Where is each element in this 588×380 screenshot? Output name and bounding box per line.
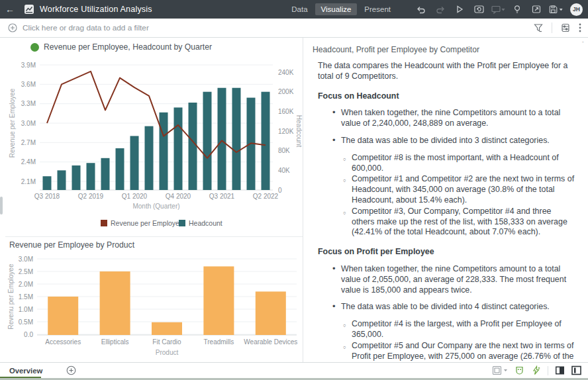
y-axis-tick: 3.0M [19,256,33,263]
auto-insights-text-panel: Headcount, Profit per Employee by Compet… [303,38,581,362]
x-axis-tick: Q2 2022 [253,193,279,200]
canvas-layout-icon[interactable] [492,365,508,375]
canvas-tab-overview[interactable]: Overview [0,363,54,379]
bar-wearable-devices[interactable] [256,291,286,335]
right-axis-tick: 80K [278,147,290,154]
undo-icon[interactable] [414,3,428,15]
x-axis-tick: Wearable Devices [244,338,297,346]
legend-label-bars: Headcount [189,219,222,227]
bar-Q3 2019[interactable] [101,158,110,190]
workbook-title: Workforce Utilization Analysis [40,5,152,14]
filter-controls-icon[interactable] [560,23,571,33]
bar-treadmills[interactable] [203,266,234,335]
back-button[interactable]: ← [0,4,20,15]
bar-fit-cardio[interactable] [152,322,182,335]
x-axis-tick: Q4 2020 [166,193,191,200]
bar-Q4 2020[interactable] [174,107,183,190]
notes-icon[interactable] [491,3,505,15]
analysis-section-heading: Focus on Headcount [318,91,576,102]
y-axis-tick: 2.0M [19,281,33,288]
header-actions: JH [414,3,583,16]
right-axis-title: Headcount [295,115,303,148]
collapse-panel-chevron-icon[interactable]: ˆ [582,40,584,46]
filter-bar: Click here or drag data to add a filter [0,19,588,38]
bar-Q3 2018[interactable] [43,176,52,190]
bar-Q3 2021[interactable] [218,88,226,190]
right-axis-tick: 120K [278,128,294,135]
export-icon[interactable] [529,3,544,15]
redo-icon[interactable] [433,3,448,15]
add-filter-icon [8,23,17,32]
left-axis-tick: 3.6M [21,81,36,88]
bar-Q4 2021[interactable] [232,88,241,190]
left-axis-tick: 2.7M [21,139,36,146]
toggle-left-panel-icon[interactable] [555,365,565,375]
legend-swatch-bars[interactable] [179,220,185,226]
right-axis-tick: 40K [278,167,290,174]
bar-Q3 2020[interactable] [160,113,168,190]
legend-swatch-line[interactable] [101,220,107,226]
viz-filter-applied-icon[interactable] [30,43,39,52]
analysis-sub-bullet: Competitor #1 and Competitor #2 are the … [343,174,576,205]
x-axis-tick: Q2 2019 [78,193,104,200]
insights-lightbulb-icon[interactable] [510,3,524,15]
combo-chart-title: Revenue per Employee, Headcount by Quart… [44,42,212,52]
viz-combo-chart[interactable]: Revenue per Employee, Headcount by Quart… [5,38,303,237]
bar-Q2 2021[interactable] [203,92,212,190]
header-mode-tabs: DataVisualizePresent [285,3,397,15]
left-axis-tick: 3.3M [21,100,36,107]
legend-label-line: Revenue per Employee [111,219,183,227]
add-canvas-button[interactable] [66,365,76,375]
y-axis-title: Revenu per Employee [7,263,15,329]
add-canvas-icon [66,365,76,375]
bar-Q1 2020[interactable] [130,136,139,190]
app-window: ← Workforce Utilization Analysis DataVis… [0,0,588,380]
data-quality-insights-icon[interactable] [514,365,524,375]
header-tab-visualize[interactable]: Visualize [315,3,358,15]
bar-Q4 2018[interactable] [58,170,66,190]
filter-bar-divider [552,23,552,33]
canvas-tab-label: Overview [9,367,42,375]
right-axis-tick: 240K [278,69,294,76]
right-axis-tick: 200K [278,88,294,95]
bar-Q1 2019[interactable] [72,166,81,190]
viz-bar-chart[interactable]: Revenue per Employee by Product 0.00.5M1… [5,238,303,362]
bar-accessories[interactable] [48,297,78,335]
add-filter-target[interactable]: Click here or drag data to add a filter [8,23,533,32]
headcount-bars [43,88,270,190]
right-gutter: ˆ [581,38,588,362]
save-icon[interactable] [548,3,563,15]
bar-Q1 2021[interactable] [189,103,197,190]
analysis-paragraph: The data compares the Headcount with the… [318,61,576,82]
preview-play-icon[interactable] [452,3,467,15]
analysis-bullet: The data was able to be divided into 3 d… [332,136,576,146]
left-axis-tick: 3.9M [21,62,36,69]
header-tab-data[interactable]: Data [285,3,313,15]
canvas-bar-actions [492,365,581,375]
workbook-icon [24,4,34,15]
refresh-data-icon[interactable] [471,3,486,15]
user-avatar[interactable]: JH [570,3,583,16]
canvas-bar-divider [548,366,548,375]
analysis-bullet: When taken together, the nine Competitor… [332,264,576,295]
filter-bar-menu-kebab-icon[interactable] [579,23,581,33]
bar-Q2 2019[interactable] [87,163,95,190]
analysis-title: Headcount, Profit per Employee by Compet… [313,45,576,54]
analysis-sub-bullet: Competitor #4 is the largest, with a Pro… [343,319,576,340]
header-bar: ← Workforce Utilization Analysis DataVis… [0,0,588,19]
bar-ellipticals[interactable] [100,271,130,335]
analysis-section-heading: Focus on Profit per Employee [318,247,576,258]
y-axis-tick: 0.0 [24,331,33,338]
analysis-sub-bullet: Competitor #5 and Our Company are the ne… [343,341,576,362]
combo-chart-plot: 2.1M2.4M2.7M3.0M3.3M3.6M3.9M040K80K120K1… [5,58,303,237]
bar-Q2 2020[interactable] [145,126,154,190]
limit-values-funnel-icon[interactable] [533,23,544,33]
analysis-sub-bullet: Competitor #8 is the most important, wit… [343,153,576,174]
bar-Q4 2019[interactable] [116,148,124,190]
header-tab-present[interactable]: Present [358,3,397,15]
bar-Q2 2022[interactable] [262,92,270,190]
left-scrollbar-thumb[interactable] [0,197,3,214]
auto-insights-spark-icon[interactable] [531,365,541,375]
y-axis-tick: 1.0M [19,306,33,313]
toggle-right-panel-icon[interactable] [571,365,581,375]
